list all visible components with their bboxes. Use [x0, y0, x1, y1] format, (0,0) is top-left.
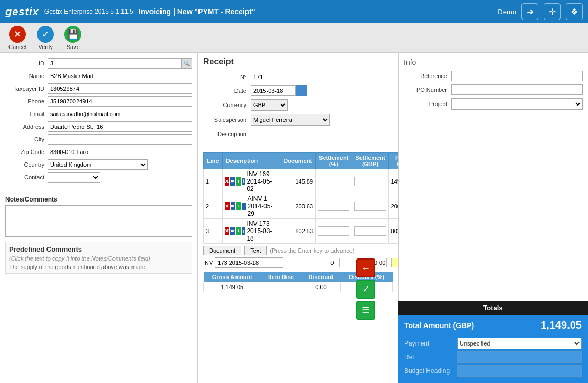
phone-input[interactable] — [48, 96, 192, 107]
line-document: 200.63 — [280, 194, 316, 219]
line-document: 145.89 — [280, 169, 316, 194]
col-description: Description — [222, 153, 280, 169]
country-select[interactable]: United Kingdom Portugal Spain — [48, 159, 148, 170]
line-settlement-gbp — [352, 219, 388, 244]
cancel-icon: ✕ — [9, 26, 26, 43]
inv-input[interactable] — [215, 257, 283, 268]
save-icon: 💾 — [64, 26, 81, 43]
taxpayer-label: Taxpayer ID — [5, 85, 48, 92]
save-button[interactable]: 💾 Save — [61, 24, 84, 52]
currency-select[interactable]: GBP EUR USD — [251, 99, 288, 111]
info-line-button[interactable]: i — [242, 178, 246, 185]
receipt-number-input[interactable] — [251, 72, 377, 82]
col-line: Line — [204, 153, 223, 169]
add-line-button[interactable]: + — [236, 227, 241, 235]
line-paid-amt: 802.53 — [388, 219, 398, 244]
col-discount: Discount — [301, 272, 340, 282]
payment-select[interactable]: Unspecified Cash Bank Transfer Credit Ca… — [457, 338, 582, 349]
text-button[interactable]: Text — [244, 246, 267, 255]
line-num: 1 — [204, 169, 223, 194]
description-input[interactable] — [251, 129, 377, 139]
total-amount-label: Total Amount (GBP) — [404, 321, 474, 330]
totals-header: Totals — [398, 301, 588, 315]
col-document: Document — [280, 153, 316, 169]
po-number-label: PO Number — [404, 87, 451, 93]
side-actions: ← ✓ ☰ — [356, 258, 375, 320]
city-label: City — [5, 136, 48, 142]
inv-label: INV — [203, 260, 213, 266]
line-paid-amt: 145.89 — [388, 169, 398, 194]
date-label: Date — [203, 88, 251, 94]
edit-line-button[interactable]: ✏ — [231, 202, 235, 210]
contact-select[interactable] — [48, 172, 100, 183]
contact-label: Contact — [5, 174, 48, 180]
edit-line-button[interactable]: ✏ — [230, 227, 235, 235]
line-desc-text: INV 169 2014-05-02 — [246, 170, 278, 193]
predefined-hint: (Click the text to copy it into the Note… — [9, 255, 188, 262]
verify-button[interactable]: ✓ Verify — [34, 24, 57, 52]
id-input[interactable] — [48, 58, 182, 69]
delete-line-button[interactable]: ✕ — [225, 177, 230, 186]
new-line-paid-input[interactable] — [391, 258, 398, 267]
list-action-button[interactable]: ☰ — [356, 301, 375, 320]
totals-body: Payment Unspecified Cash Bank Transfer C… — [398, 336, 588, 383]
col-item-disc: Item Disc — [261, 272, 301, 282]
line-items-table: Line Description Document Settlement (%)… — [203, 152, 398, 244]
col-gross: Gross Amount — [204, 272, 261, 282]
calendar-button[interactable] — [296, 85, 307, 96]
delete-line-button[interactable]: ✕ — [225, 227, 230, 235]
app-version: Gestix Enterprise 2015 5.1.11.5 — [44, 8, 134, 15]
table-row: 1 ✕ ✏ + i INV 169 2014-05-02 145.89 145.… — [204, 169, 399, 194]
receipt-title: Receipt — [203, 57, 393, 66]
reference-input[interactable] — [451, 71, 583, 81]
logout-button[interactable]: ➜ — [521, 3, 538, 20]
project-select[interactable] — [451, 98, 583, 110]
line-desc-text: AINV 1 2014-05-29 — [248, 195, 278, 217]
customer-search-button[interactable]: 🔍 — [182, 58, 192, 69]
demo-label: Demo — [498, 8, 516, 16]
budget-heading-label: Budget Heading — [404, 367, 457, 375]
po-number-input[interactable] — [451, 84, 583, 95]
notes-textarea[interactable] — [5, 205, 192, 237]
document-button[interactable]: Document — [203, 246, 241, 255]
ref-input[interactable] — [457, 351, 582, 363]
totals-panel: Totals Total Amount (GBP) 1,149.05 Payme… — [398, 301, 588, 383]
col-paid-amt: Paid Amt — [388, 153, 398, 169]
salesperson-label: Salesperson — [203, 117, 251, 123]
add-line-button[interactable]: + — [236, 177, 241, 186]
app-logo: gestix — [5, 6, 39, 18]
name-input[interactable] — [48, 71, 192, 81]
reference-label: Reference — [404, 73, 451, 79]
email-input[interactable] — [48, 109, 192, 119]
new-line-doc-input[interactable] — [288, 258, 335, 267]
fullscreen-button[interactable]: ❖ — [566, 3, 583, 20]
discount-value: 0.00 — [301, 282, 340, 292]
delete-line-button[interactable]: ✕ — [225, 202, 230, 210]
add-line-button[interactable]: + — [236, 202, 241, 210]
address-input[interactable] — [48, 121, 192, 132]
project-label: Project — [404, 101, 451, 107]
new-window-button[interactable]: ✛ — [544, 3, 561, 20]
predefined-text[interactable]: The supply of the goods mentioned above … — [9, 264, 188, 270]
line-description: ✕ ✏ + i INV 173 2015-03-18 — [222, 219, 280, 244]
budget-heading-input[interactable] — [457, 365, 582, 377]
gross-value: 1,149.05 — [204, 282, 261, 292]
customer-panel: ID 🔍 Name Taxpayer ID Phone Email — [0, 53, 198, 383]
date-input[interactable] — [251, 85, 296, 96]
line-paid-amt: 200.63 — [388, 194, 398, 219]
info-line-button[interactable]: i — [242, 227, 246, 235]
taxpayer-input[interactable] — [48, 83, 192, 94]
notes-label: Notes/Comments — [5, 196, 192, 203]
edit-line-button[interactable]: ✏ — [230, 177, 235, 186]
salesperson-select[interactable]: Miguel Ferreira — [251, 114, 330, 126]
city-input[interactable] — [48, 134, 192, 145]
cancel-button[interactable]: ✕ Cancel — [5, 24, 30, 52]
back-action-button[interactable]: ← — [356, 258, 375, 277]
number-label: Nº — [203, 74, 251, 80]
zipcode-input[interactable] — [48, 147, 192, 157]
verify-icon: ✓ — [37, 26, 54, 43]
table-row: 3 ✕ ✏ + i INV 173 2015-03-18 802.53 802.… — [204, 219, 399, 244]
currency-label: Currency — [203, 102, 251, 108]
info-line-button[interactable]: i — [242, 203, 246, 210]
confirm-action-button[interactable]: ✓ — [356, 280, 375, 299]
